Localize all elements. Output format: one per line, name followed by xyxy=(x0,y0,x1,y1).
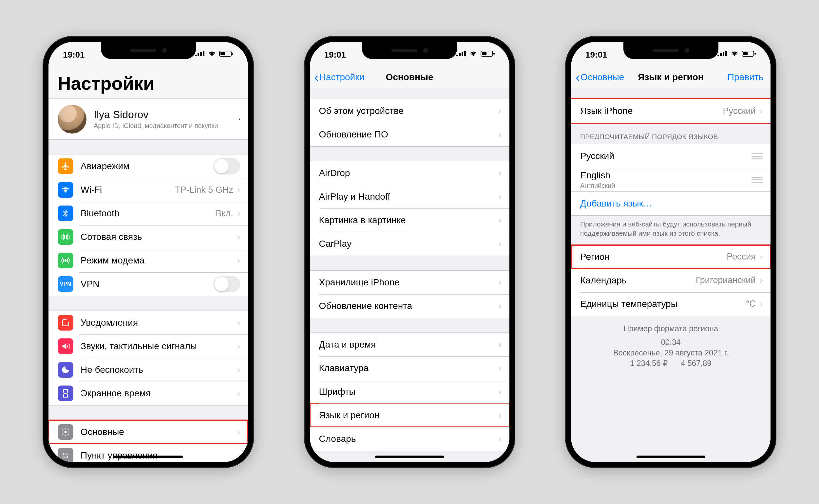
chevron-right-icon: › xyxy=(498,106,501,116)
temperature-row[interactable]: Единицы температуры °C › xyxy=(571,292,771,316)
row-label: Календарь xyxy=(580,275,696,286)
back-label: Основные xyxy=(580,72,624,82)
язык-и-регион-row[interactable]: Язык и регион› xyxy=(310,404,509,427)
шрифты-row[interactable]: Шрифты› xyxy=(310,380,509,404)
region-row[interactable]: Регион Россия › xyxy=(571,245,771,269)
svg-rect-20 xyxy=(718,55,719,56)
chevron-left-icon: ‹ xyxy=(315,71,319,84)
calendar-row[interactable]: Календарь Григорианский › xyxy=(571,269,771,292)
screen-3: 19:01 ‹Основные Язык и регион Править Яз… xyxy=(571,42,771,462)
row-label: Уведомления xyxy=(81,317,236,328)
screentime-row[interactable]: Экранное время› xyxy=(48,382,248,405)
row-label: Экранное время xyxy=(81,388,236,399)
row-label: Хранилище iPhone xyxy=(319,277,497,288)
screen-1: 19:01 Настройки Ilya Sidorov Apple ID, i… xyxy=(48,42,248,462)
general-icon xyxy=(58,424,73,440)
carplay-row[interactable]: CarPlay› xyxy=(310,232,509,256)
lang-region-content[interactable]: Язык iPhone Русский › ПРЕДПОЧИТАЕМЫЙ ПОР… xyxy=(571,89,771,462)
хранилище-iphone-row[interactable]: Хранилище iPhone› xyxy=(310,271,509,294)
chevron-right-icon: › xyxy=(237,388,240,399)
settings-content[interactable]: Ilya Sidorov Apple ID, iCloud, медиаконт… xyxy=(48,99,248,462)
bluetooth-row[interactable]: BluetoothВкл.› xyxy=(48,202,248,225)
notch xyxy=(101,42,196,59)
home-indicator[interactable] xyxy=(114,456,183,458)
row-value: Русский xyxy=(723,106,755,116)
dnd-row[interactable]: Не беспокоить› xyxy=(48,358,248,382)
клавиатура-row[interactable]: Клавиатура› xyxy=(310,356,509,380)
toggle-switch[interactable] xyxy=(213,276,240,292)
словарь-row[interactable]: Словарь› xyxy=(310,427,509,451)
wifi-row[interactable]: Wi-FiTP-Link 5 GHz› xyxy=(48,178,248,202)
apple-id-row[interactable]: Ilya Sidorov Apple ID, iCloud, медиаконт… xyxy=(48,99,248,139)
svg-rect-25 xyxy=(755,53,756,55)
home-indicator[interactable] xyxy=(637,456,705,458)
back-button[interactable]: ‹Настройки xyxy=(315,65,365,89)
back-button[interactable]: ‹Основные xyxy=(575,65,624,89)
language-row[interactable]: EnglishАнглийский xyxy=(571,168,771,191)
drag-handle-icon[interactable] xyxy=(752,153,763,159)
chevron-right-icon: › xyxy=(760,275,763,286)
general-row[interactable]: Основные› xyxy=(48,420,248,444)
preferred-order-footer: Приложения и веб-сайты будут использоват… xyxy=(571,216,771,242)
sounds-row[interactable]: Звуки, тактильные сигналы› xyxy=(48,334,248,358)
svg-rect-1 xyxy=(197,53,199,56)
об-этом-устройстве-row[interactable]: Об этом устройстве› xyxy=(310,99,509,123)
airdrop-row[interactable]: AirDrop› xyxy=(310,161,509,185)
svg-rect-0 xyxy=(195,55,196,56)
airplay-и-handoff-row[interactable]: AirPlay и Handoff› xyxy=(310,185,509,208)
wifi-icon xyxy=(58,182,73,198)
home-indicator[interactable] xyxy=(375,456,444,458)
chevron-right-icon: › xyxy=(237,317,240,328)
drag-handle-icon[interactable] xyxy=(752,177,763,183)
row-label: Регион xyxy=(580,252,727,262)
svg-rect-18 xyxy=(493,53,495,55)
row-label: Авиарежим xyxy=(81,161,213,171)
row-label: Основные xyxy=(81,427,236,437)
notifications-row[interactable]: Уведомления› xyxy=(48,311,248,334)
обновление-контента-row[interactable]: Обновление контента› xyxy=(310,294,509,318)
hotspot-row[interactable]: Режим модема› xyxy=(48,249,248,272)
row-value: °C xyxy=(746,299,755,309)
lang-sublabel: Английский xyxy=(580,182,615,189)
profile-desc: Apple ID, iCloud, медиаконтент и покупки xyxy=(94,122,218,130)
cellular-signal-icon xyxy=(718,50,727,57)
screentime-icon xyxy=(58,386,73,401)
row-label: Wi-Fi xyxy=(81,185,175,195)
row-label: Картинка в картинке xyxy=(319,215,497,225)
картинка-в-картинке-row[interactable]: Картинка в картинке› xyxy=(310,208,509,232)
profile-name: Ilya Sidorov xyxy=(94,109,218,121)
battery-icon xyxy=(742,50,756,57)
status-time: 19:01 xyxy=(63,48,85,60)
row-label: Язык iPhone xyxy=(580,106,723,116)
edit-button[interactable]: Править xyxy=(728,65,763,89)
notifications-icon xyxy=(58,315,73,331)
svg-rect-3 xyxy=(203,51,204,56)
svg-point-9 xyxy=(66,319,69,322)
row-label: Об этом устройстве xyxy=(319,106,497,116)
row-value: Григорианский xyxy=(696,275,756,285)
phone-frame-1: 19:01 Настройки Ilya Sidorov Apple ID, i… xyxy=(43,36,254,468)
обновление-по-row[interactable]: Обновление ПО› xyxy=(310,123,509,146)
language-row[interactable]: Русский xyxy=(571,144,771,168)
cellular-row[interactable]: Сотовая связь› xyxy=(48,225,248,249)
chevron-right-icon: › xyxy=(237,427,240,437)
notch xyxy=(624,42,719,59)
toggle-switch[interactable] xyxy=(213,158,240,174)
row-value: Вкл. xyxy=(216,208,233,219)
row-label: Режим модема xyxy=(81,255,236,266)
control-row[interactable]: Пункт управления› xyxy=(48,444,248,462)
iphone-language-row[interactable]: Язык iPhone Русский › xyxy=(571,99,771,123)
lang-label: Русский xyxy=(580,151,614,161)
svg-rect-5 xyxy=(232,53,233,55)
дата-и-время-row[interactable]: Дата и время› xyxy=(310,333,509,356)
airplane-row[interactable]: Авиарежим xyxy=(48,154,248,178)
general-content[interactable]: Об этом устройстве›Обновление ПО› AirDro… xyxy=(310,89,509,462)
vpn-row[interactable]: VPNVPN xyxy=(48,272,248,296)
status-time: 19:01 xyxy=(585,48,607,60)
phone-frame-2: 19:01 ‹Настройки Основные Об этом устрой… xyxy=(304,36,515,468)
back-label: Настройки xyxy=(319,72,364,82)
add-language-row[interactable]: Добавить язык… xyxy=(571,192,771,215)
nav-bar: ‹Настройки Основные xyxy=(310,65,509,89)
cellular-signal-icon xyxy=(456,50,466,57)
svg-rect-15 xyxy=(462,52,463,56)
